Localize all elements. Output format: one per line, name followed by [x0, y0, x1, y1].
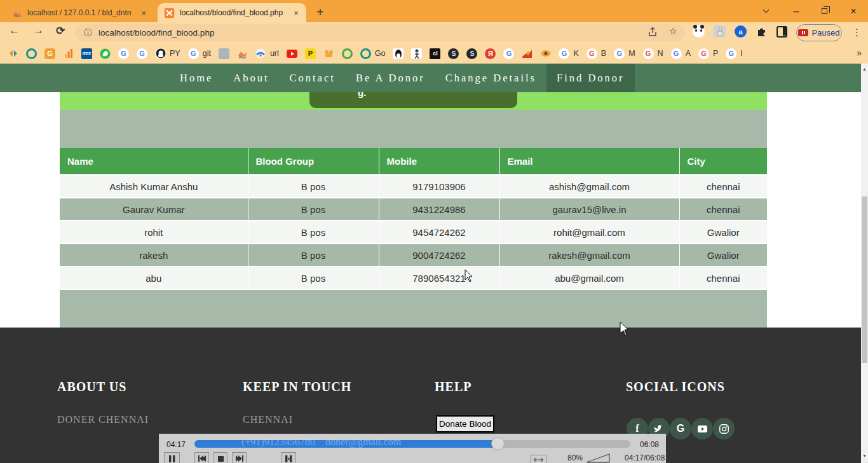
bookmark-google-icon[interactable]: G — [188, 48, 199, 59]
cell-email: ashish@gmail.com — [499, 175, 679, 198]
bookmark-godaddy-icon[interactable] — [26, 48, 37, 59]
fit-width-button[interactable] — [531, 455, 546, 463]
nav-be-a-donor[interactable]: Be A Donor — [346, 64, 435, 92]
bookmark-p-icon[interactable]: P — [305, 48, 316, 59]
youtube-icon[interactable] — [691, 418, 713, 439]
bookmark-s-icon[interactable]: S — [448, 48, 459, 59]
bookmark-label[interactable]: B — [601, 49, 606, 58]
minimize-icon[interactable]: – — [788, 0, 804, 22]
tab-phpmyadmin[interactable]: PMA localhost / 127.0.0.1 / bld_dntn / × — [5, 3, 154, 22]
tab-find-blood[interactable]: localhost/blood/find_blood.php × — [158, 3, 306, 22]
bookmark-google-icon[interactable]: G — [587, 48, 597, 59]
next-button[interactable] — [232, 452, 247, 463]
pause-button[interactable] — [164, 452, 180, 463]
close-icon[interactable]: × — [845, 0, 862, 22]
bookmark-godaddy-icon[interactable] — [360, 48, 371, 59]
footer-about-link[interactable]: DONER CHENNAI — [57, 414, 149, 425]
bookmark-youtube-icon[interactable] — [287, 48, 297, 59]
back-icon[interactable]: ← — [9, 24, 20, 37]
maximize-icon[interactable] — [816, 0, 832, 22]
bookmark-google-icon[interactable]: G — [559, 48, 569, 59]
bookmark-url-icon[interactable] — [255, 48, 266, 59]
previous-button[interactable] — [194, 452, 209, 463]
tab-close-icon[interactable]: × — [139, 8, 149, 18]
bookmark-github-icon[interactable] — [155, 48, 166, 59]
bookmark-google-icon[interactable]: G — [137, 48, 147, 59]
col-blood-group: Blood Group — [248, 148, 379, 175]
bookmark-matlab-icon[interactable] — [522, 48, 532, 59]
cell-email: abu@gmail.com — [499, 266, 679, 289]
bookmark-label[interactable]: A — [686, 49, 691, 58]
bookmark-yandex-icon[interactable]: Я — [485, 48, 496, 59]
bookmark-whatsapp-icon[interactable] — [100, 48, 111, 59]
tab-search-icon[interactable] — [757, 0, 774, 22]
table-row: Gaurav Kumar B pos 9431224986 gaurav15@l… — [60, 198, 767, 221]
bookmark-google-icon[interactable]: G — [503, 48, 514, 59]
scrollbar-thumb[interactable] — [862, 197, 867, 363]
extension-a-icon[interactable]: a — [735, 25, 747, 38]
address-bar[interactable]: ⓘ localhost/blood/find_blood.php ☆ — [75, 24, 685, 41]
reading-mode-icon[interactable] — [776, 26, 787, 38]
bookmark-label[interactable]: PY — [170, 49, 180, 58]
bookmark-label[interactable]: git — [203, 49, 211, 58]
nav-change-details[interactable]: Change Details — [435, 64, 546, 92]
instagram-icon[interactable] — [713, 418, 735, 439]
paused-extension-badge[interactable]: Paused — [796, 24, 842, 41]
svg-text:PMA: PMA — [13, 14, 21, 18]
step-button[interactable] — [281, 452, 296, 463]
speaker-icon[interactable] — [586, 453, 610, 463]
google-icon[interactable]: G — [670, 418, 691, 439]
share-icon[interactable] — [648, 27, 658, 37]
bookmark-google-icon[interactable]: G — [726, 48, 736, 59]
bookmark-label[interactable]: P — [713, 49, 718, 58]
bookmark-diamond-icon[interactable] — [8, 48, 18, 59]
extensions-puzzle-icon[interactable] — [756, 25, 768, 38]
new-tab-button[interactable]: + — [316, 5, 324, 20]
bookmark-analytics-icon[interactable] — [63, 48, 74, 59]
bookmark-label[interactable]: Go — [375, 49, 386, 58]
seek-thumb[interactable] — [491, 437, 505, 450]
bookmark-label[interactable]: I — [740, 49, 742, 58]
scroll-up-icon[interactable]: ▲ — [861, 67, 868, 71]
page-scrollbar[interactable]: ▲ ▼ — [861, 64, 868, 463]
bookmark-label[interactable]: N — [658, 49, 663, 58]
bookmark-gray-icon[interactable] — [219, 48, 229, 59]
bookmark-label[interactable]: K — [573, 49, 578, 58]
bookmark-figure-icon[interactable] — [411, 48, 422, 59]
bookmark-google-icon[interactable]: G — [643, 48, 654, 59]
bookmark-eye-icon[interactable] — [540, 48, 551, 59]
site-info-icon[interactable]: ⓘ — [84, 27, 92, 39]
bookmarks-overflow-icon[interactable]: » — [857, 48, 862, 58]
tab-close-icon[interactable]: × — [291, 8, 301, 18]
nav-find-donor[interactable]: Find Donor — [546, 64, 635, 92]
bookmark-phpmyadmin-icon[interactable]: PMA — [237, 48, 248, 59]
stop-button[interactable] — [214, 452, 227, 463]
bookmark-label[interactable]: url — [270, 49, 279, 58]
extension-panda-icon[interactable] — [693, 25, 705, 38]
bookmark-label[interactable]: M — [628, 49, 635, 58]
bookmark-penguin-icon[interactable] — [393, 48, 403, 59]
bookmark-google-icon[interactable]: G — [614, 48, 625, 59]
table-row: Ashish Kumar Anshu B pos 9179103906 ashi… — [60, 175, 767, 198]
bookmark-crab-icon[interactable] — [323, 48, 334, 59]
scroll-down-icon[interactable]: ▼ — [861, 453, 868, 458]
extension-hand-icon[interactable] — [714, 25, 726, 38]
cell-name: rohit — [60, 221, 248, 244]
forward-icon[interactable]: → — [33, 24, 44, 37]
bookmark-s-icon[interactable]: S — [466, 48, 477, 59]
bookmark-google-icon[interactable]: G — [118, 48, 129, 59]
bookmark-cl-icon[interactable]: cl — [430, 48, 440, 59]
nav-home[interactable]: Home — [170, 64, 223, 92]
nav-about[interactable]: About — [223, 64, 279, 92]
browser-menu-icon[interactable]: ⋮ — [852, 27, 862, 38]
bookmark-google-icon[interactable]: G — [671, 48, 682, 59]
footer-about-heading: ABOUT US — [57, 380, 126, 394]
bookmark-green-ring-icon[interactable] — [342, 48, 353, 59]
bookmark-google-icon[interactable]: G — [698, 48, 709, 59]
bookmark-orange-icon[interactable]: G — [44, 48, 55, 59]
nav-contact[interactable]: Contact — [280, 64, 346, 92]
cell-name: Gaurav Kumar — [60, 198, 248, 221]
bookmark-ieee-icon[interactable]: IEEE — [81, 48, 92, 59]
bookmark-star-icon[interactable]: ☆ — [669, 25, 677, 37]
reload-icon[interactable]: ⟳ — [56, 24, 65, 38]
